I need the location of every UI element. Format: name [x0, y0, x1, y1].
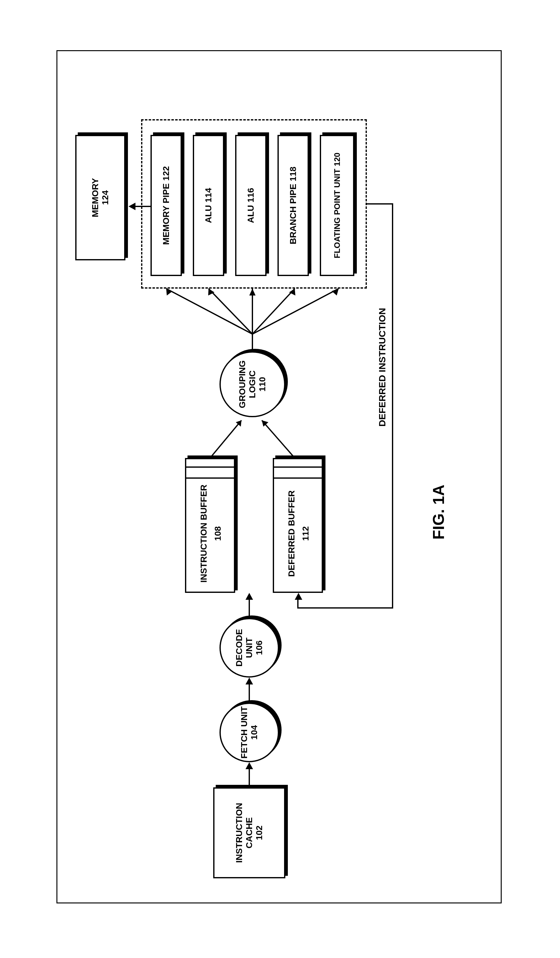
page-frame: INSTRUCTION CACHE 102 FETCH UNIT 104 DEC…	[57, 50, 501, 903]
block-label: FLOATING POINT UNIT	[332, 169, 342, 259]
branch-pipe-block: BRANCH PIPE 118	[277, 135, 309, 276]
block-label: MEMORY	[90, 178, 100, 217]
svg-marker-10	[249, 289, 256, 295]
block-label: DEFERRED BUFFER	[286, 482, 297, 585]
svg-line-11	[252, 289, 295, 334]
block-number: 108	[213, 482, 223, 585]
deferred-buffer-block: DEFERRED BUFFER 112	[273, 458, 323, 593]
block-label: INSTRUCTION BUFFER	[199, 482, 209, 585]
block-label: BRANCH PIPE	[288, 184, 298, 244]
block-number: 102	[254, 826, 264, 841]
svg-marker-3	[262, 420, 268, 427]
alu-1-block: ALU 114	[193, 135, 224, 276]
decode-unit-block: DECODE UNIT 106	[220, 618, 279, 677]
svg-line-7	[209, 289, 252, 334]
block-label: MEMORY PIPE	[161, 183, 171, 245]
deferred-instruction-label: DEFERRED INSTRUCTION	[377, 308, 388, 427]
memory-block: MEMORY 124	[75, 135, 125, 260]
block-number: 118	[288, 167, 298, 181]
block-number: 116	[246, 188, 256, 203]
block-label: FETCH UNIT	[239, 706, 249, 758]
alu-2-block: ALU 116	[235, 135, 267, 276]
block-label: ALU	[246, 205, 256, 224]
block-label: INSTRUCTION CACHE	[234, 788, 254, 877]
instruction-cache-block: INSTRUCTION CACHE 102	[213, 787, 285, 878]
svg-line-5	[166, 289, 252, 334]
processor-pipeline-diagram: INSTRUCTION CACHE 102 FETCH UNIT 104 DEC…	[57, 50, 501, 903]
grouping-logic-block: GROUPING LOGIC 110	[220, 351, 285, 417]
grouping-fanout-arrows	[153, 276, 354, 351]
fpu-block: FLOATING POINT UNIT 120	[320, 135, 354, 276]
figure-caption: FIG. 1A	[430, 485, 448, 539]
instruction-buffer-block: INSTRUCTION BUFFER 108	[185, 458, 235, 593]
svg-line-2	[262, 420, 295, 458]
block-number: 104	[249, 725, 259, 740]
block-number: 120	[332, 153, 342, 166]
block-number: 106	[254, 641, 264, 655]
block-number: 112	[301, 482, 311, 585]
block-number: 114	[204, 188, 214, 203]
block-label: ALU	[204, 205, 214, 224]
block-number: 110	[258, 377, 267, 392]
fetch-unit-block: FETCH UNIT 104	[220, 703, 279, 762]
svg-line-0	[210, 420, 241, 458]
block-label: GROUPING LOGIC	[237, 352, 258, 416]
memory-pipe-block: MEMORY PIPE 122	[150, 135, 182, 276]
block-number: 124	[100, 190, 111, 205]
block-label: DECODE UNIT	[234, 619, 254, 676]
svg-line-13	[252, 289, 339, 334]
block-number: 122	[161, 166, 171, 181]
